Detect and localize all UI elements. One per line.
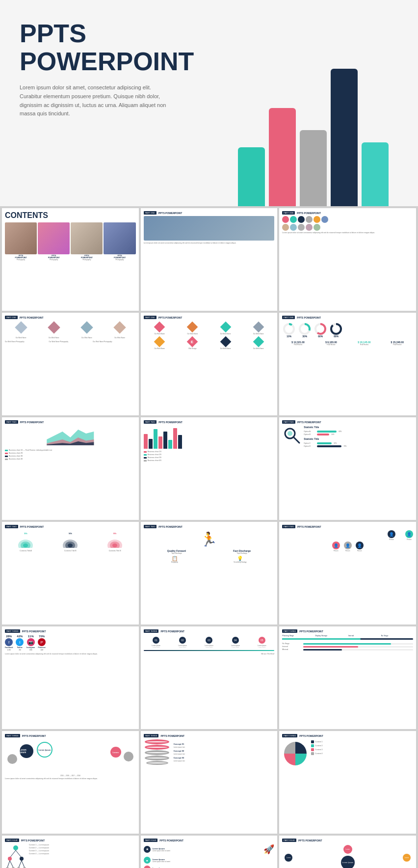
wave-svg-2 <box>62 536 79 548</box>
di-label-5: Our Work Name <box>144 348 176 350</box>
slide-bubble-timeline[interactable]: PART THREE PPTS POWERPOINT Lorem Ipsum L… <box>2 731 139 834</box>
pt-stat: 70% P Pinterest 12M <box>38 635 46 651</box>
prog-item-label-3: Minimal <box>282 649 302 651</box>
fb-count: 4.0M <box>7 649 11 651</box>
cyl-2 <box>145 745 169 750</box>
legend: Business chart 1S — Final Review: indist… <box>5 449 136 460</box>
slide-circle-photos[interactable]: PART ONE PPTS POWERPOINT Lorem ipsum dol… <box>279 208 416 311</box>
slide-progress-timeline[interactable]: PART THREE PPTS POWERPOINT Planning Stag… <box>279 626 416 729</box>
slide-photo-banner[interactable]: PART ONE PPTS POWERPOINT Lorem ipsum dol… <box>141 208 278 311</box>
thumb-label-3: PPTSPOWERPOINT <box>71 255 103 259</box>
network-labels: Content 1 — Lorem ipsum Content 2 — Lore… <box>29 844 136 868</box>
slide-social[interactable]: PART THREE PPTS POWERPOINT 28% f Faceboo… <box>2 626 139 729</box>
di-4: Our Work Name <box>242 321 274 335</box>
slide-icon-process[interactable]: PART FOUR PPTS POWERPOINT ★ Lorem Ipsum … <box>141 836 278 868</box>
thumb-sub-2: Photography <box>38 259 70 261</box>
thumb-item-1: PPTSPOWERPOINT Photography <box>5 222 37 261</box>
svg-line-12 <box>293 437 299 443</box>
prog-label-interval: Internal <box>348 635 380 637</box>
cyl-label-1: Concept 01 <box>174 743 275 745</box>
slide-subtitle-4: PPTS POWERPOINT <box>20 316 44 319</box>
donut-svg-3 <box>314 322 327 336</box>
svg-point-19 <box>68 543 73 547</box>
slide-diamond-grid[interactable]: PART ONE PPTS POWERPOINT Our Work Name O… <box>2 313 139 415</box>
stats-values: $ 12,321.00 Final Review $ 6,183.00 Fina… <box>282 341 413 346</box>
slide-header-10: PART TWO PPTS POWERPOINT <box>5 525 136 528</box>
slide-header-4: PART ONE PPTS POWERPOINT <box>5 316 136 319</box>
vbar-6 <box>168 440 172 449</box>
stat-4: $ 15,348.00 Final Review <box>382 341 413 346</box>
process-labels: Quality Forward Topic Discharge Fact Dis… <box>144 549 275 554</box>
fan-label-4: Content 4 <box>315 753 322 755</box>
part-badge-16: PART THREE <box>5 734 20 737</box>
slide-cylinder[interactable]: PART THREE PPTS POWERPOINT Concept 01 Lo… <box>141 731 278 834</box>
tw-pct: 42% <box>17 635 23 638</box>
slide-fan-pie[interactable]: PART THREE PPTS POWERPOINT Content 1 <box>279 731 416 834</box>
donut-row: 10% 30% 60% 88 <box>282 322 413 338</box>
org-node-label-2: Person <box>407 539 412 541</box>
slide-subtitle-14: PPTS POWERPOINT <box>160 630 184 633</box>
slide-bar-chart[interactable]: PART TWO PPTS POWERPOINT Business chart … <box>141 417 278 520</box>
social-stats-row: 28% f Facebook 4.0M 42% t Twitter 3M 11%… <box>5 635 136 651</box>
tl-4: 04 Lorem Ipsum Lorem Ipsum <box>231 637 240 648</box>
slide-header-2: PART ONE PPTS POWERPOINT <box>144 211 275 215</box>
slide-circle-flow[interactable]: PART FOUR PPTS POWERPOINT Lorem Ipsum Lo… <box>279 836 416 868</box>
wave-label-2: 50k <box>62 532 79 535</box>
photo-c3 <box>298 216 305 223</box>
legend-label-4: Business chart 4S <box>9 458 23 460</box>
ig-count: 30M <box>29 649 32 651</box>
bar-2 <box>269 108 296 206</box>
fan-item-4: Content 4 <box>311 752 413 755</box>
thumbnail-grid: PPTSPOWERPOINT Photography PPTSPOWERPOIN… <box>5 222 136 261</box>
svg-line-28 <box>7 861 10 868</box>
slide-donut-circles[interactable]: PART ONE PPTS POWERPOINT 10% 30% <box>279 313 416 415</box>
slide-diamond-icons[interactable]: PART ONE PPTS POWERPOINT Our Work Name O… <box>141 313 278 415</box>
slide-timeline[interactable]: PART THREE PPTS POWERPOINT 01 Lorem Ipsu… <box>141 626 278 729</box>
photo-c10 <box>306 224 313 231</box>
org-node-2: 👤 Person <box>405 530 413 541</box>
slide-network[interactable]: PART FOUR PPTS POWERPOINT <box>2 836 139 868</box>
slide-subtitle-16: PPTS POWERPOINT <box>22 734 46 737</box>
slide-area-chart[interactable]: PART TWO PPTS POWERPOINT Business chart … <box>2 417 139 520</box>
slide-org[interactable]: PART TWO PPTS POWERPOINT 👤 Person 👤 Pers… <box>279 522 416 624</box>
slide-contents[interactable]: CONTENTS PPTSPOWERPOINT Photography PPTS… <box>2 208 139 311</box>
h-bars-2: Option C 32% Option D 78% <box>304 442 413 447</box>
slide-magnifier[interactable]: PART TWO PPTS POWERPOINT Statistic Title… <box>279 417 416 520</box>
tl-sub-1: Lorem Ipsum <box>152 647 160 648</box>
cyl-4 <box>145 756 169 760</box>
di-label-2: Our Work Name <box>177 333 209 335</box>
cylinder-labels: Concept 01 Lorem ipsum text Concept 02 L… <box>174 743 275 762</box>
di-7: Our Work Name <box>209 336 241 350</box>
thumb-item-2: PPTSPOWERPOINT Photography <box>38 222 70 261</box>
proc-2: Fact Discharge Topic Discharge <box>233 549 251 554</box>
wave-name-2: Contents Title B <box>62 550 79 552</box>
thumb-img-2 <box>38 222 70 254</box>
svg-line-29 <box>10 861 13 868</box>
area-svg <box>5 426 136 445</box>
diamond-icon-grid: Our Work Name Our Work Name Our Work Nam… <box>144 321 275 350</box>
part-badge-2: PART ONE <box>144 211 157 215</box>
fan-label-1: Content 1 <box>315 741 322 743</box>
vbar-3 <box>154 429 157 449</box>
svg-line-31 <box>22 861 25 868</box>
svg-point-0 <box>284 324 294 334</box>
org-structure: 👤 Person 👤 Person 👤 Person 👤 <box>282 530 413 552</box>
network-chart <box>5 844 27 868</box>
diamond-item-4: Our Work Name <box>104 321 135 339</box>
prog-label-no: No Stage <box>381 635 413 637</box>
slide-running[interactable]: PART TWO PPTS POWERPOINT 🏃 Quality Forwa… <box>141 522 278 624</box>
vbar-7 <box>173 428 177 449</box>
di-shape-4 <box>253 322 264 333</box>
diamond-sub-2: Our Work Name Photography <box>49 341 92 343</box>
diamond-label-3: Our Work Name <box>71 337 103 339</box>
org-avatar-2: 👤 <box>405 530 413 538</box>
di-shape-5 <box>154 336 165 348</box>
slide-subtitle-11: PPTS POWERPOINT <box>158 525 183 528</box>
slide-wave-chart[interactable]: PART TWO PPTS POWERPOINT 30k Contents Ti… <box>2 522 139 624</box>
legend-color-4 <box>5 459 8 460</box>
timeline-line <box>144 650 275 651</box>
donut-2: 30% <box>298 322 312 338</box>
slide-subtitle-21: PPTS POWERPOINT <box>298 839 322 842</box>
legend-label-2: Business chart 2S <box>9 452 23 454</box>
legend-color-2 <box>5 453 8 454</box>
